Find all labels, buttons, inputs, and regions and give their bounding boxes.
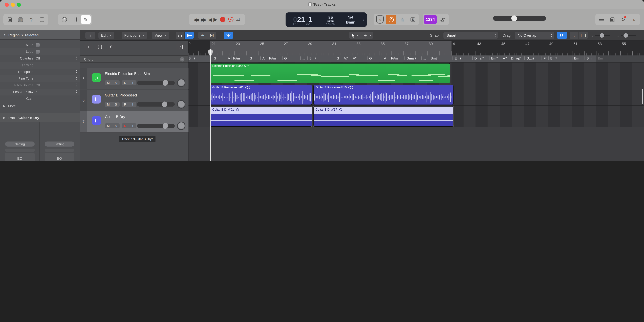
- lcd-mode-chevron[interactable]: ∨: [360, 13, 367, 27]
- track-name[interactable]: Guitar B Dry: [105, 115, 125, 119]
- chord-cell[interactable]: Em7: [489, 57, 498, 60]
- channel-setting-button[interactable]: Setting: [45, 142, 74, 147]
- track-volume-slider[interactable]: [137, 81, 175, 85]
- region-param-row[interactable]: Mute: ▲▼: [0, 42, 80, 48]
- region-param-row[interactable]: Quantize: Off ▲▼: [0, 55, 80, 62]
- left-click-tool-menu[interactable]: ▼: [349, 32, 361, 39]
- region-param-row[interactable]: Gain: ▲▼: [0, 96, 80, 102]
- record-enable-button[interactable]: R: [122, 102, 129, 107]
- chord-track-header[interactable]: Chord ＋: [80, 56, 188, 63]
- chord-cell[interactable]: G: [212, 57, 216, 60]
- region-param-row[interactable]: Q-Swing: ▲▼: [0, 62, 80, 69]
- region-param-row[interactable]: Loop: ▲▼: [0, 48, 80, 55]
- lcd-bar-value[interactable]: 21: [297, 16, 305, 23]
- view-menu[interactable]: View▼: [152, 32, 169, 39]
- chord-cell[interactable]: G: [367, 57, 372, 60]
- track-header-7[interactable]: 7 Guitar B Dry MS RI: [80, 111, 188, 132]
- solo-mode-button[interactable]: S: [408, 15, 418, 24]
- horizontal-zoom-slider[interactable]: ↔: [616, 33, 636, 37]
- chord-cell[interactable]: G: [248, 57, 252, 60]
- global-solo-button[interactable]: S: [107, 43, 116, 51]
- chord-cell[interactable]: A: [382, 57, 386, 60]
- chord-cell[interactable]: F#: [542, 57, 548, 60]
- autopunch-button[interactable]: ✕: [375, 15, 385, 24]
- region-param-row[interactable]: Pitch Source: Off ▲▼: [0, 82, 80, 89]
- forward-button[interactable]: ▶▶: [201, 17, 206, 22]
- input-monitor-button[interactable]: I: [129, 123, 136, 128]
- vertical-zoom-slider[interactable]: ↕: [592, 33, 610, 37]
- go-to-beginning-button[interactable]: |◀: [208, 17, 211, 22]
- chord-cell[interactable]: F#m: [267, 57, 276, 60]
- chord-cell[interactable]: Bm7: [548, 57, 557, 60]
- chord-cell[interactable]: Gmaj7: [404, 57, 416, 60]
- chord-cell[interactable]: Em7: [452, 57, 462, 60]
- lcd-key-value[interactable]: Bmin: [346, 20, 356, 25]
- record-enable-button[interactable]: R: [122, 123, 129, 128]
- volume-knob[interactable]: [162, 123, 168, 129]
- note-pads-button[interactable]: [608, 15, 618, 24]
- capture-recording-button[interactable]: [228, 17, 234, 22]
- region-processed-15[interactable]: Guitar B Processed#15: [314, 85, 454, 105]
- list-editors-button[interactable]: [597, 15, 607, 24]
- mute-button[interactable]: M: [105, 102, 112, 107]
- drag-dropdown[interactable]: No Overlap▲▼: [515, 32, 554, 39]
- vertical-scrollbar[interactable]: [642, 89, 643, 104]
- browsers-button[interactable]: ♫: [629, 15, 639, 24]
- mute-button[interactable]: M: [105, 123, 112, 128]
- command-click-tool-menu[interactable]: ＋▼: [361, 32, 373, 39]
- smart-tempo-button[interactable]: [386, 15, 396, 24]
- master-volume-slider[interactable]: [493, 16, 546, 21]
- stepper-icon[interactable]: ▲▼: [75, 76, 77, 81]
- region-dry-01[interactable]: Guitar B Dry#01: [210, 106, 312, 127]
- region-param-row[interactable]: Transpose: ▲▼: [0, 69, 80, 75]
- volume-knob[interactable]: [162, 102, 167, 107]
- chord-cell[interactable]: Dmaj7: [509, 57, 521, 60]
- lcd-tempo-value[interactable]: 85: [328, 15, 333, 19]
- duplicate-track-button[interactable]: ＋: [96, 43, 104, 51]
- track-inspector-header[interactable]: ▶ Track: Guitar B Dry: [0, 113, 80, 122]
- quick-help-button[interactable]: ?: [26, 15, 36, 24]
- metronome-button[interactable]: △: [438, 15, 448, 24]
- region-more-disclosure[interactable]: ▶More: [3, 104, 16, 108]
- volume-knob[interactable]: [162, 80, 168, 86]
- hierarchy-up-button[interactable]: ↑: [85, 32, 96, 39]
- checkbox[interactable]: [36, 50, 40, 54]
- chord-cell[interactable]: G: [282, 57, 287, 60]
- chord-cell[interactable]: Bm: [584, 57, 592, 60]
- chord-track[interactable]: Bm7GAF#mGAF#mG...Bm7GA7F#mGAF#mGmaj7...B…: [188, 56, 644, 63]
- grid-cell-view-button[interactable]: [176, 32, 185, 39]
- stepper-icon[interactable]: ▲▼: [75, 56, 77, 61]
- count-in-button[interactable]: 1234: [424, 15, 437, 24]
- lcd-display[interactable]: 021 1 BAR BEAT 85 KEEP TEMPO 5/4 Bmin ∨: [286, 13, 367, 27]
- chord-cell[interactable]: G: [334, 57, 339, 60]
- track-header-5[interactable]: 5 ♫ Electric Precision Bass Sim MS RI: [80, 68, 188, 89]
- track-pan-knob[interactable]: [178, 79, 185, 86]
- track-list-view-button[interactable]: [185, 32, 194, 39]
- chord-cell[interactable]: Bm7: [308, 57, 316, 60]
- edit-menu[interactable]: Edit▼: [98, 32, 114, 39]
- track-header-6[interactable]: 6 Guitar B Processed MS RI: [80, 90, 188, 111]
- waveform-zoom-button[interactable]: [557, 32, 567, 39]
- chord-cell[interactable]: ...: [421, 57, 426, 60]
- solo-button[interactable]: S: [112, 102, 120, 107]
- horizontal-fit-button[interactable]: |↔|: [579, 32, 588, 39]
- play-button[interactable]: ▶: [214, 17, 217, 23]
- region-processed-06[interactable]: Guitar B Processed#06: [210, 85, 312, 105]
- bar-ruler[interactable]: 19212325272931333537394143454749515355: [188, 41, 644, 56]
- smart-controls-button[interactable]: [59, 15, 69, 24]
- eq-thumbnail[interactable]: EQ: [45, 153, 74, 161]
- playhead[interactable]: [210, 49, 211, 161]
- chord-cell[interactable]: A: [260, 57, 264, 60]
- vertical-auto-zoom-button[interactable]: ↕: [570, 32, 579, 39]
- chord-cell[interactable]: A7: [501, 57, 507, 60]
- add-track-button[interactable]: ＋: [84, 43, 93, 51]
- chord-cell[interactable]: Bm: [572, 57, 579, 60]
- record-enable-button[interactable]: R: [122, 80, 129, 85]
- automation-button[interactable]: ∿: [198, 32, 207, 39]
- lcd-beat-value[interactable]: 1: [308, 16, 312, 23]
- lcd-tempo-mode[interactable]: KEEP: [328, 20, 334, 22]
- chord-cell[interactable]: Bm7: [188, 57, 195, 60]
- library-button[interactable]: [5, 15, 15, 24]
- eq-thumbnail[interactable]: EQ: [5, 153, 34, 161]
- chord-cell[interactable]: Dmaj7: [472, 57, 484, 60]
